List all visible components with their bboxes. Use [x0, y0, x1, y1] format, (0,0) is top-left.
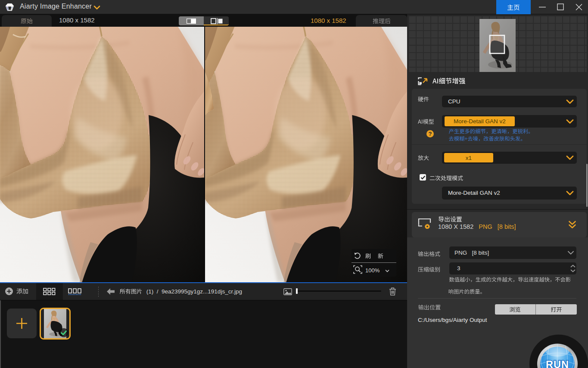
svg-text:RUN: RUN	[546, 359, 569, 368]
